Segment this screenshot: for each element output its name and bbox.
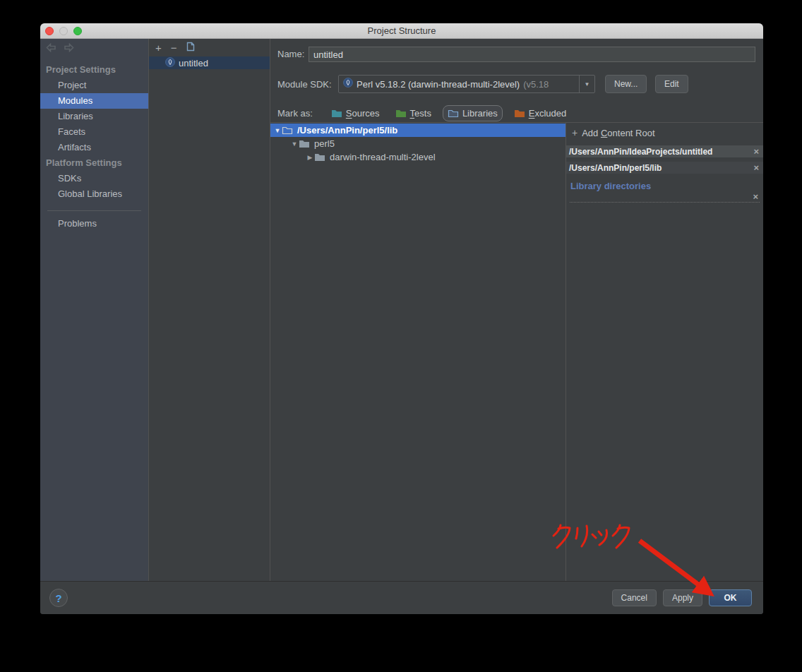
project-structure-dialog: Project Structure Project Settings Proje… — [40, 23, 763, 614]
tree-row-darwin[interactable]: ▶ darwin-thread-multi-2level — [270, 150, 565, 164]
library-directory-entry[interactable]: × — [570, 191, 760, 203]
sidebar-item-problems[interactable]: Problems — [40, 216, 148, 232]
mark-as-excluded[interactable]: Excluded — [510, 106, 570, 121]
module-list-panel: + − untitled — [148, 39, 270, 581]
sidebar-item-project[interactable]: Project — [40, 78, 148, 93]
close-window-icon[interactable] — [45, 27, 54, 35]
mark-as-libraries[interactable]: Libraries — [443, 105, 503, 121]
close-icon[interactable]: × — [753, 192, 758, 201]
chevron-down-icon[interactable]: ▼ — [579, 76, 594, 92]
content-root-path: /Users/AnnPin/IdeaProjects/untitled — [569, 147, 712, 157]
help-button[interactable]: ? — [49, 589, 68, 607]
remove-module-icon[interactable]: − — [171, 42, 177, 53]
apply-button[interactable]: Apply — [663, 589, 702, 606]
content-root-entry[interactable]: /Users/AnnPin/IdeaProjects/untitled × — [566, 145, 763, 157]
traffic-lights — [45, 27, 82, 35]
copy-module-icon[interactable] — [186, 42, 195, 54]
tree-row-content-root[interactable]: ▼ /Users/AnnPin/perl5/lib — [270, 124, 565, 137]
sidebar-item-sdks[interactable]: SDKs — [40, 171, 148, 186]
sidebar-header-platform-settings: Platform Settings — [40, 155, 148, 171]
module-toolbar: + − — [149, 39, 270, 56]
perl-icon — [165, 57, 175, 69]
name-label: Name: — [277, 49, 304, 59]
sidebar-header-project-settings: Project Settings — [40, 62, 148, 78]
question-mark-icon: ? — [55, 592, 61, 604]
collapsed-arrow-icon[interactable]: ▶ — [306, 154, 314, 161]
sidebar-item-libraries[interactable]: Libraries — [40, 109, 148, 124]
mark-as-tests[interactable]: Tests — [391, 106, 436, 121]
expanded-arrow-icon[interactable]: ▼ — [290, 140, 299, 148]
sidebar-item-global-libraries[interactable]: Global Libraries — [40, 186, 148, 202]
tree-node-label: perl5 — [314, 138, 335, 149]
module-list-item[interactable]: untitled — [149, 56, 270, 69]
back-icon[interactable] — [46, 43, 56, 52]
sources-folder-icon — [331, 109, 342, 118]
mark-as-label: Mark as: — [277, 108, 313, 119]
expanded-arrow-icon[interactable]: ▼ — [273, 127, 282, 134]
add-module-icon[interactable]: + — [155, 42, 162, 53]
perl-icon — [343, 78, 353, 90]
titlebar[interactable]: Project Structure — [40, 23, 763, 39]
zoom-window-icon[interactable] — [73, 27, 82, 35]
sidebar-item-modules[interactable]: Modules — [40, 93, 148, 109]
module-editor: Name: Module SDK: Perl v5.18.2 (darwin-t… — [270, 39, 763, 581]
close-icon[interactable]: × — [753, 147, 759, 156]
name-row: Name: — [270, 39, 763, 70]
folder-icon — [314, 152, 325, 162]
close-icon[interactable]: × — [753, 163, 759, 172]
content-root-entry[interactable]: /Users/AnnPin/perl5/lib × — [566, 162, 763, 174]
tree-node-label: darwin-thread-multi-2level — [330, 152, 436, 162]
folder-icon — [299, 139, 310, 148]
library-directories-label: Library directories — [570, 181, 651, 191]
sidebar-items: Project Settings Project Modules Librari… — [40, 62, 148, 232]
minimize-window-icon[interactable] — [59, 27, 68, 35]
tests-folder-icon — [395, 109, 407, 118]
content-roots-panel: + Add Content Root /Users/AnnPin/IdeaPro… — [565, 123, 763, 581]
sdk-version-hint: (v5.18 — [523, 79, 549, 90]
settings-sidebar: Project Settings Project Modules Librari… — [40, 39, 148, 581]
content-root-tree: ▼ /Users/AnnPin/perl5/lib ▼ perl5 — [270, 123, 565, 581]
plus-icon: + — [572, 127, 577, 138]
module-name: untitled — [179, 58, 208, 68]
sdk-edit-button[interactable]: Edit — [655, 75, 688, 93]
module-sdk-dropdown[interactable]: Perl v5.18.2 (darwin-thread-multi-2level… — [338, 75, 595, 93]
mark-as-options: Sources Tests Libraries Excluded — [327, 105, 570, 121]
cancel-button[interactable]: Cancel — [612, 589, 657, 606]
content-root-path: /Users/AnnPin/perl5/lib — [569, 163, 662, 173]
excluded-folder-icon — [514, 109, 525, 118]
sdk-selected-value: Perl v5.18.2 (darwin-thread-multi-2level… — [357, 79, 520, 90]
ok-button[interactable]: OK — [709, 589, 752, 606]
tree-row-perl5[interactable]: ▼ perl5 — [270, 137, 565, 150]
sidebar-item-artifacts[interactable]: Artifacts — [40, 140, 148, 155]
sdk-label: Module SDK: — [277, 79, 332, 90]
mark-as-sources[interactable]: Sources — [327, 106, 384, 121]
forward-icon[interactable] — [64, 43, 74, 52]
dialog-footer: ? Cancel Apply OK — [40, 581, 763, 614]
add-content-root-button[interactable]: + Add Content Root — [572, 127, 655, 138]
content-root-folder-icon — [282, 126, 293, 135]
history-nav — [46, 43, 74, 52]
sidebar-item-facets[interactable]: Facets — [40, 124, 148, 140]
screen: Project Structure Project Settings Proje… — [0, 0, 802, 672]
window-title: Project Structure — [368, 25, 436, 36]
mark-as-row: Mark as: Sources Tests Libraries — [270, 104, 763, 122]
module-name-input[interactable] — [309, 47, 755, 62]
footer-buttons: Cancel Apply OK — [612, 589, 752, 606]
content-split: ▼ /Users/AnnPin/perl5/lib ▼ perl5 — [270, 122, 763, 581]
dialog-content: Project Settings Project Modules Librari… — [40, 39, 763, 581]
libraries-folder-icon — [448, 109, 459, 118]
sdk-new-button[interactable]: New... — [605, 75, 647, 93]
tree-node-label: /Users/AnnPin/perl5/lib — [297, 125, 397, 136]
sidebar-divider — [47, 210, 141, 211]
